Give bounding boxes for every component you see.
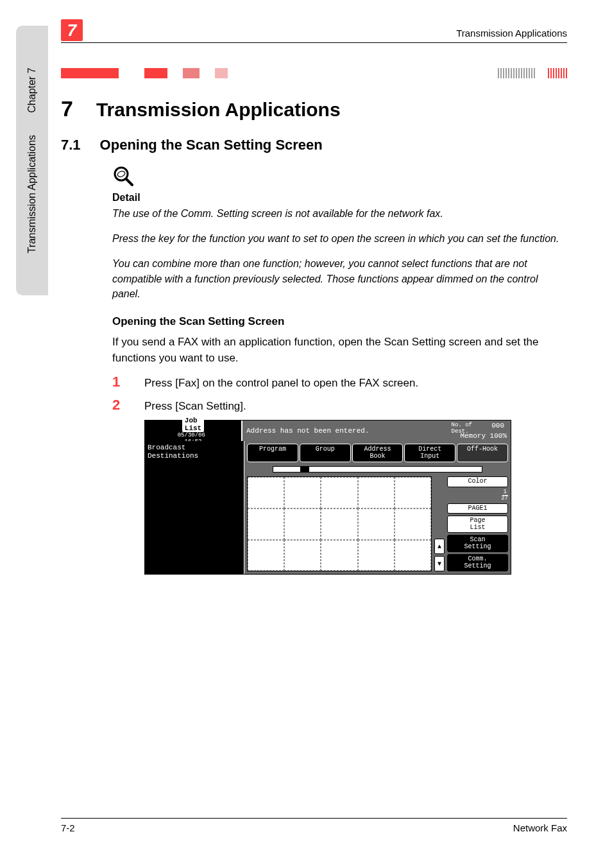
tab-program[interactable]: Program xyxy=(247,444,298,462)
chapter-number-badge: 7 xyxy=(61,19,83,41)
section-heading: 7.1 Opening the Scan Setting Screen xyxy=(61,137,567,153)
magnifier-icon xyxy=(112,165,567,189)
step-1-number: 1 xyxy=(112,374,126,390)
scroll-up-button[interactable]: ▲ xyxy=(434,539,445,554)
chapter-heading-text: Transmission Applications xyxy=(96,99,341,121)
running-title: Transmission Applications xyxy=(456,28,567,39)
detail-paragraph-1: The use of the Comm. Setting screen is n… xyxy=(112,206,567,221)
footer-title: Network Fax xyxy=(513,822,567,833)
comm-setting-button[interactable]: Comm. Setting xyxy=(447,554,508,571)
svg-line-2 xyxy=(126,179,132,185)
broadcast-panel: Broadcast Destinations xyxy=(145,441,244,574)
step-1: 1 Press [Fax] on the control panel to op… xyxy=(112,374,567,390)
job-list-label: Job List xyxy=(182,417,204,432)
scan-setting-button[interactable]: Scan Setting xyxy=(447,535,508,552)
dest-count-value: 000 xyxy=(491,422,504,430)
page-footer: 7-2 Network Fax xyxy=(61,818,567,833)
chevron-down-icon: ▼ xyxy=(438,560,441,568)
section-heading-text: Opening the Scan Setting Screen xyxy=(100,137,323,153)
page1-button[interactable]: PAGE1 xyxy=(447,503,508,514)
chevron-up-icon: ▲ xyxy=(438,543,441,550)
job-list-date: 05/30/06 xyxy=(178,432,205,438)
chapter-heading: 7 Transmission Applications xyxy=(61,96,567,121)
color-button[interactable]: Color xyxy=(447,476,508,487)
scroll-down-button[interactable]: ▼ xyxy=(434,556,445,571)
fax-screen: Job List 05/30/06 16:52 Address has not … xyxy=(144,420,511,575)
detail-paragraph-3: You can combine more than one function; … xyxy=(112,256,567,301)
section-heading-num: 7.1 xyxy=(61,137,81,153)
memory-label: Memory 100% xyxy=(460,432,507,440)
detail-paragraph-2: Press the key for the function you want … xyxy=(112,231,567,246)
status-bar: Address has not been entered. No. of Des… xyxy=(242,421,511,441)
page-header: 7 Transmission Applications xyxy=(61,18,567,43)
page-fraction-bottom: 27 xyxy=(501,495,508,501)
svg-point-1 xyxy=(117,170,126,178)
page-number: 7-2 xyxy=(61,822,75,833)
broadcast-label: Broadcast Destinations xyxy=(148,444,198,460)
side-tab: Transmission Applications Chapter 7 xyxy=(16,26,48,295)
chapter-heading-num: 7 xyxy=(61,96,73,121)
decorative-bar xyxy=(61,68,567,78)
step-2-text: Press [Scan Setting]. xyxy=(144,400,246,413)
step-2-number: 2 xyxy=(112,397,126,413)
side-tab-chapter: Chapter 7 xyxy=(26,67,37,112)
page-list-button[interactable]: Page List xyxy=(447,516,508,533)
subsection-heading: Opening the Scan Setting Screen xyxy=(112,315,567,328)
job-list-button[interactable]: Job List 05/30/06 16:52 xyxy=(145,421,242,441)
step-1-text: Press [Fax] on the control panel to open… xyxy=(144,377,418,390)
page-fraction: 1 27 xyxy=(447,489,508,501)
tab-direct-input[interactable]: Direct Input xyxy=(404,444,455,462)
tab-off-hook[interactable]: Off-Hook xyxy=(457,444,508,462)
progress-bar xyxy=(273,466,482,473)
step-2: 2 Press [Scan Setting]. xyxy=(112,397,567,413)
detail-label: Detail xyxy=(112,192,567,204)
tab-address-book[interactable]: Address Book xyxy=(352,444,404,462)
address-grid[interactable] xyxy=(247,476,432,571)
intro-paragraph: If you send a FAX with an application fu… xyxy=(112,334,567,366)
side-tab-section: Transmission Applications xyxy=(26,135,37,253)
tab-group[interactable]: Group xyxy=(300,444,351,462)
